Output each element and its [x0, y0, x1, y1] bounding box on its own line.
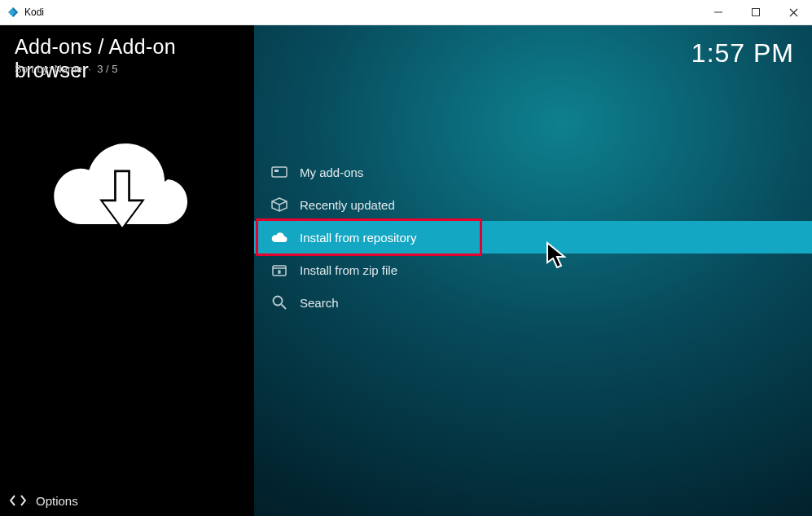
cloud-icon: [267, 231, 292, 244]
menu-item-label: My add-ons: [300, 165, 363, 179]
window-title: Kodi: [24, 7, 44, 18]
kodi-logo-icon: [7, 6, 20, 19]
svg-rect-6: [274, 170, 279, 172]
clock: 1:57 PM: [691, 38, 794, 68]
svg-line-9: [282, 305, 287, 310]
menu-item-search[interactable]: Search: [254, 286, 812, 319]
addon-browser-menu: My add-onsRecently updatedInstall from r…: [254, 156, 812, 319]
menu-item-my-add-ons[interactable]: My add-ons: [254, 156, 812, 188]
breadcrumb: Add-ons / Add-on browser: [15, 35, 254, 82]
menu-item-label: Recently updated: [300, 198, 395, 212]
options-label: Options: [36, 494, 78, 508]
menu-item-label: Search: [300, 296, 339, 310]
left-right-arrows-icon: [10, 494, 26, 507]
sort-label: Sort by: Name: [15, 63, 82, 75]
window-titlebar: Kodi: [0, 0, 812, 25]
box-icon: [267, 197, 292, 212]
zip-icon: [267, 262, 292, 277]
addons-icon: [267, 165, 292, 179]
svg-rect-2: [753, 9, 760, 16]
svg-rect-5: [272, 167, 287, 177]
sort-info: Sort by: Name · 3 / 5: [15, 63, 117, 75]
sidebar: Add-ons / Add-on browser Sort by: Name ·…: [0, 25, 254, 516]
maximize-button[interactable]: [737, 0, 775, 24]
menu-item-label: Install from repository: [300, 231, 416, 245]
menu-item-label: Install from zip file: [300, 263, 397, 277]
list-position: 3 / 5: [97, 63, 117, 75]
minimize-button[interactable]: [700, 0, 737, 24]
kodi-app: Add-ons / Add-on browser Sort by: Name ·…: [0, 25, 812, 516]
download-cloud-icon: [49, 123, 195, 254]
menu-item-recently-updated[interactable]: Recently updated: [254, 188, 812, 221]
menu-item-install-from-repository[interactable]: Install from repository: [254, 221, 812, 254]
options-button[interactable]: Options: [0, 484, 254, 516]
dot-separator: ·: [86, 63, 97, 75]
main-panel: 1:57 PM My add-onsRecently updatedInstal…: [254, 25, 812, 516]
svg-point-8: [274, 297, 283, 306]
window-controls: [700, 0, 812, 24]
close-button[interactable]: [775, 0, 812, 24]
menu-item-install-from-zip-file[interactable]: Install from zip file: [254, 254, 812, 286]
search-icon: [267, 294, 292, 311]
